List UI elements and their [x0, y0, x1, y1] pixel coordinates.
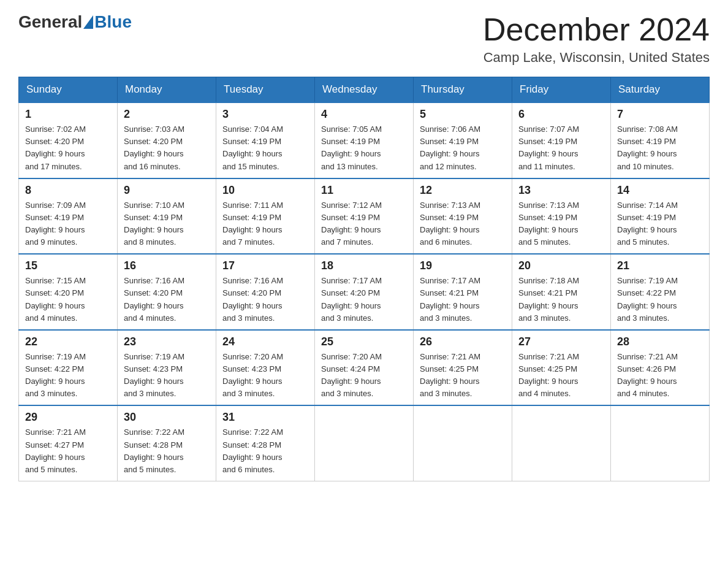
day-number: 27	[518, 335, 604, 348]
day-info: Sunrise: 7:10 AM Sunset: 4:19 PM Dayligh…	[124, 199, 210, 249]
day-number: 7	[617, 108, 703, 121]
day-info: Sunrise: 7:14 AM Sunset: 4:19 PM Dayligh…	[617, 199, 703, 249]
day-info: Sunrise: 7:06 AM Sunset: 4:19 PM Dayligh…	[420, 123, 506, 173]
day-number: 31	[222, 411, 308, 424]
day-info: Sunrise: 7:04 AM Sunset: 4:19 PM Dayligh…	[222, 123, 308, 173]
calendar-cell: 25 Sunrise: 7:20 AM Sunset: 4:24 PM Dayl…	[315, 330, 414, 406]
logo-triangle-icon	[83, 15, 93, 29]
day-number: 11	[321, 184, 407, 197]
day-number: 18	[321, 259, 407, 272]
day-number: 8	[25, 184, 111, 197]
week-row-5: 29 Sunrise: 7:21 AM Sunset: 4:27 PM Dayl…	[19, 405, 710, 481]
header-saturday: Saturday	[611, 77, 710, 103]
calendar-cell: 14 Sunrise: 7:14 AM Sunset: 4:19 PM Dayl…	[611, 178, 710, 255]
calendar-cell	[414, 405, 512, 481]
title-area: December 2024 Camp Lake, Wisconsin, Unit…	[483, 12, 710, 66]
calendar-cell: 18 Sunrise: 7:17 AM Sunset: 4:20 PM Dayl…	[315, 254, 414, 330]
day-number: 26	[420, 335, 506, 348]
calendar-cell: 31 Sunrise: 7:22 AM Sunset: 4:28 PM Dayl…	[216, 405, 315, 481]
calendar-cell: 27 Sunrise: 7:21 AM Sunset: 4:25 PM Dayl…	[512, 330, 611, 406]
day-info: Sunrise: 7:11 AM Sunset: 4:19 PM Dayligh…	[222, 199, 308, 249]
header-sunday: Sunday	[19, 77, 118, 103]
calendar-table: Sunday Monday Tuesday Wednesday Thursday…	[18, 77, 710, 481]
day-number: 3	[222, 108, 308, 121]
day-number: 5	[420, 108, 506, 121]
calendar-cell: 7 Sunrise: 7:08 AM Sunset: 4:19 PM Dayli…	[611, 102, 710, 178]
day-number: 21	[617, 259, 703, 272]
header-monday: Monday	[118, 77, 216, 103]
header: General Blue December 2024 Camp Lake, Wi…	[18, 12, 710, 66]
day-number: 13	[518, 184, 604, 197]
day-info: Sunrise: 7:22 AM Sunset: 4:28 PM Dayligh…	[124, 426, 210, 476]
calendar-cell: 2 Sunrise: 7:03 AM Sunset: 4:20 PM Dayli…	[118, 102, 216, 178]
calendar-cell: 28 Sunrise: 7:21 AM Sunset: 4:26 PM Dayl…	[611, 330, 710, 406]
calendar-cell	[512, 405, 611, 481]
header-thursday: Thursday	[414, 77, 512, 103]
calendar-cell: 10 Sunrise: 7:11 AM Sunset: 4:19 PM Dayl…	[216, 178, 315, 255]
month-title: December 2024	[483, 12, 710, 47]
calendar-cell: 3 Sunrise: 7:04 AM Sunset: 4:19 PM Dayli…	[216, 102, 315, 178]
calendar-cell: 19 Sunrise: 7:17 AM Sunset: 4:21 PM Dayl…	[414, 254, 512, 330]
logo: General Blue	[18, 12, 132, 32]
calendar-cell: 1 Sunrise: 7:02 AM Sunset: 4:20 PM Dayli…	[19, 102, 118, 178]
day-number: 28	[617, 335, 703, 348]
day-number: 9	[124, 184, 210, 197]
day-info: Sunrise: 7:08 AM Sunset: 4:19 PM Dayligh…	[617, 123, 703, 173]
weekday-header-row: Sunday Monday Tuesday Wednesday Thursday…	[19, 77, 710, 103]
week-row-2: 8 Sunrise: 7:09 AM Sunset: 4:19 PM Dayli…	[19, 178, 710, 255]
day-number: 14	[617, 184, 703, 197]
day-number: 16	[124, 259, 210, 272]
day-info: Sunrise: 7:21 AM Sunset: 4:26 PM Dayligh…	[617, 351, 703, 400]
calendar-cell: 12 Sunrise: 7:13 AM Sunset: 4:19 PM Dayl…	[414, 178, 512, 255]
calendar-cell: 20 Sunrise: 7:18 AM Sunset: 4:21 PM Dayl…	[512, 254, 611, 330]
day-info: Sunrise: 7:09 AM Sunset: 4:19 PM Dayligh…	[25, 199, 111, 249]
day-number: 6	[518, 108, 604, 121]
location-title: Camp Lake, Wisconsin, United States	[483, 50, 710, 66]
calendar-cell: 15 Sunrise: 7:15 AM Sunset: 4:20 PM Dayl…	[19, 254, 118, 330]
day-info: Sunrise: 7:02 AM Sunset: 4:20 PM Dayligh…	[25, 123, 111, 173]
calendar-cell: 26 Sunrise: 7:21 AM Sunset: 4:25 PM Dayl…	[414, 330, 512, 406]
header-tuesday: Tuesday	[216, 77, 315, 103]
week-row-1: 1 Sunrise: 7:02 AM Sunset: 4:20 PM Dayli…	[19, 102, 710, 178]
day-info: Sunrise: 7:22 AM Sunset: 4:28 PM Dayligh…	[222, 426, 308, 476]
day-number: 22	[25, 335, 111, 348]
header-wednesday: Wednesday	[315, 77, 414, 103]
day-info: Sunrise: 7:16 AM Sunset: 4:20 PM Dayligh…	[222, 275, 308, 324]
calendar-cell: 4 Sunrise: 7:05 AM Sunset: 4:19 PM Dayli…	[315, 102, 414, 178]
day-number: 17	[222, 259, 308, 272]
week-row-4: 22 Sunrise: 7:19 AM Sunset: 4:22 PM Dayl…	[19, 330, 710, 406]
calendar-cell: 17 Sunrise: 7:16 AM Sunset: 4:20 PM Dayl…	[216, 254, 315, 330]
calendar-cell: 13 Sunrise: 7:13 AM Sunset: 4:19 PM Dayl…	[512, 178, 611, 255]
calendar-cell: 24 Sunrise: 7:20 AM Sunset: 4:23 PM Dayl…	[216, 330, 315, 406]
calendar-cell: 30 Sunrise: 7:22 AM Sunset: 4:28 PM Dayl…	[118, 405, 216, 481]
day-info: Sunrise: 7:03 AM Sunset: 4:20 PM Dayligh…	[124, 123, 210, 173]
day-info: Sunrise: 7:13 AM Sunset: 4:19 PM Dayligh…	[518, 199, 604, 249]
calendar-cell: 5 Sunrise: 7:06 AM Sunset: 4:19 PM Dayli…	[414, 102, 512, 178]
logo-general-text: General	[18, 12, 82, 32]
day-number: 10	[222, 184, 308, 197]
day-info: Sunrise: 7:20 AM Sunset: 4:23 PM Dayligh…	[222, 351, 308, 400]
day-number: 2	[124, 108, 210, 121]
logo-blue-part: Blue	[82, 12, 132, 32]
calendar-cell	[315, 405, 414, 481]
calendar-cell: 16 Sunrise: 7:16 AM Sunset: 4:20 PM Dayl…	[118, 254, 216, 330]
header-friday: Friday	[512, 77, 611, 103]
day-info: Sunrise: 7:21 AM Sunset: 4:25 PM Dayligh…	[420, 351, 506, 400]
day-info: Sunrise: 7:17 AM Sunset: 4:20 PM Dayligh…	[321, 275, 407, 324]
calendar-cell: 8 Sunrise: 7:09 AM Sunset: 4:19 PM Dayli…	[19, 178, 118, 255]
day-number: 4	[321, 108, 407, 121]
calendar-cell: 22 Sunrise: 7:19 AM Sunset: 4:22 PM Dayl…	[19, 330, 118, 406]
calendar-cell: 23 Sunrise: 7:19 AM Sunset: 4:23 PM Dayl…	[118, 330, 216, 406]
day-info: Sunrise: 7:19 AM Sunset: 4:22 PM Dayligh…	[617, 275, 703, 324]
day-number: 19	[420, 259, 506, 272]
calendar-cell: 29 Sunrise: 7:21 AM Sunset: 4:27 PM Dayl…	[19, 405, 118, 481]
day-info: Sunrise: 7:18 AM Sunset: 4:21 PM Dayligh…	[518, 275, 604, 324]
day-info: Sunrise: 7:16 AM Sunset: 4:20 PM Dayligh…	[124, 275, 210, 324]
day-info: Sunrise: 7:12 AM Sunset: 4:19 PM Dayligh…	[321, 199, 407, 249]
day-number: 15	[25, 259, 111, 272]
calendar-cell: 9 Sunrise: 7:10 AM Sunset: 4:19 PM Dayli…	[118, 178, 216, 255]
day-info: Sunrise: 7:15 AM Sunset: 4:20 PM Dayligh…	[25, 275, 111, 324]
day-number: 30	[124, 411, 210, 424]
week-row-3: 15 Sunrise: 7:15 AM Sunset: 4:20 PM Dayl…	[19, 254, 710, 330]
day-number: 29	[25, 411, 111, 424]
